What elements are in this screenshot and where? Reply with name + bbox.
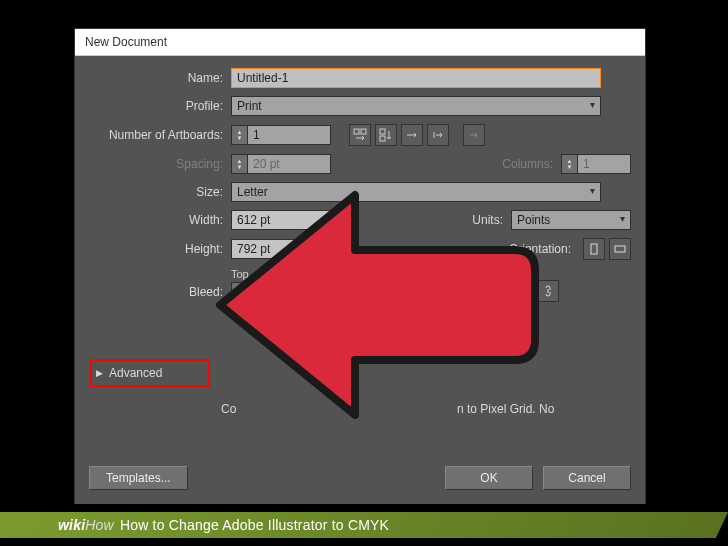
caption-title: How to Change Adobe Illustrator to CMYK <box>120 517 389 533</box>
row-rtl-icon[interactable] <box>427 124 449 146</box>
profile-select[interactable]: Print <box>231 96 601 116</box>
bleed-right-stepper[interactable]: ▲▼ <box>451 282 521 302</box>
dialog-button-row: Templates... OK Cancel <box>89 466 631 490</box>
width-input[interactable] <box>231 210 331 230</box>
height-label: Height: <box>89 242 231 256</box>
width-label: Width: <box>89 213 231 227</box>
portrait-icon[interactable] <box>583 238 605 260</box>
size-select[interactable]: Letter <box>231 182 601 202</box>
cutoff-text-right: n to Pixel Grid. No <box>457 402 554 416</box>
svg-rect-4 <box>591 244 597 254</box>
row-ltr-icon[interactable] <box>401 124 423 146</box>
units-select[interactable]: Points <box>511 210 631 230</box>
bleed-left-stepper[interactable]: ▲▼ <box>369 282 439 302</box>
bleed-left-label: Left <box>369 268 439 280</box>
units-label: Units: <box>453 213 511 227</box>
bleed-right-label: Right <box>451 268 521 280</box>
spacing-stepper: ▲▼ <box>231 154 331 174</box>
columns-label: Columns: <box>483 157 561 171</box>
bleed-right-input[interactable] <box>467 282 521 302</box>
name-input[interactable] <box>231 68 601 88</box>
caption-bar: wikiHowHow to Change Adobe Illustrator t… <box>0 512 728 538</box>
profile-label: Profile: <box>89 99 231 113</box>
grid-by-col-icon[interactable] <box>375 124 397 146</box>
svg-rect-3 <box>380 136 385 141</box>
svg-rect-2 <box>380 129 385 134</box>
new-document-dialog: New Document Name: Profile: Print Number… <box>74 28 646 504</box>
cancel-button[interactable]: Cancel <box>543 466 631 490</box>
cutoff-text-left: Co <box>221 402 236 416</box>
grid-by-row-icon[interactable] <box>349 124 371 146</box>
columns-input <box>577 154 631 174</box>
spacing-input <box>247 154 331 174</box>
caption-wiki: wiki <box>58 517 85 533</box>
ok-button[interactable]: OK <box>445 466 533 490</box>
bleed-label: Bleed: <box>89 285 231 302</box>
single-arrow-icon[interactable] <box>463 124 485 146</box>
height-input[interactable] <box>231 239 331 259</box>
size-label: Size: <box>89 185 231 199</box>
svg-rect-5 <box>615 246 625 252</box>
landscape-icon[interactable] <box>609 238 631 260</box>
dialog-title-bar: New Document <box>75 29 645 56</box>
artboards-input[interactable] <box>247 125 331 145</box>
svg-rect-0 <box>354 129 359 134</box>
artboards-stepper[interactable]: ▲▼ <box>231 125 331 145</box>
link-bleed-icon[interactable] <box>537 280 559 302</box>
orientation-label: Orientation: <box>487 242 579 256</box>
templates-button[interactable]: Templates... <box>89 466 188 490</box>
dialog-body: Name: Profile: Print Number of Artboards… <box>75 56 645 504</box>
bleed-left-input[interactable] <box>385 282 439 302</box>
bleed-top-stepper[interactable]: ▲▼ <box>231 282 291 302</box>
artboards-label: Number of Artboards: <box>89 128 231 142</box>
disclosure-triangle-icon: ▶ <box>96 368 103 378</box>
advanced-disclosure[interactable]: ▶ Advanced <box>90 359 210 387</box>
dialog-title: New Document <box>85 35 167 49</box>
advanced-label: Advanced <box>109 366 162 380</box>
spacing-label: Spacing: <box>89 157 231 171</box>
caption-how: How <box>85 517 114 533</box>
bleed-top-input[interactable] <box>247 282 291 302</box>
columns-stepper: ▲▼ <box>561 154 631 174</box>
bleed-group: Top ▲▼ Left ▲▼ Right ▲▼ <box>231 268 559 302</box>
svg-rect-1 <box>361 129 366 134</box>
name-label: Name: <box>89 71 231 85</box>
bleed-top-label: Top <box>231 268 291 280</box>
